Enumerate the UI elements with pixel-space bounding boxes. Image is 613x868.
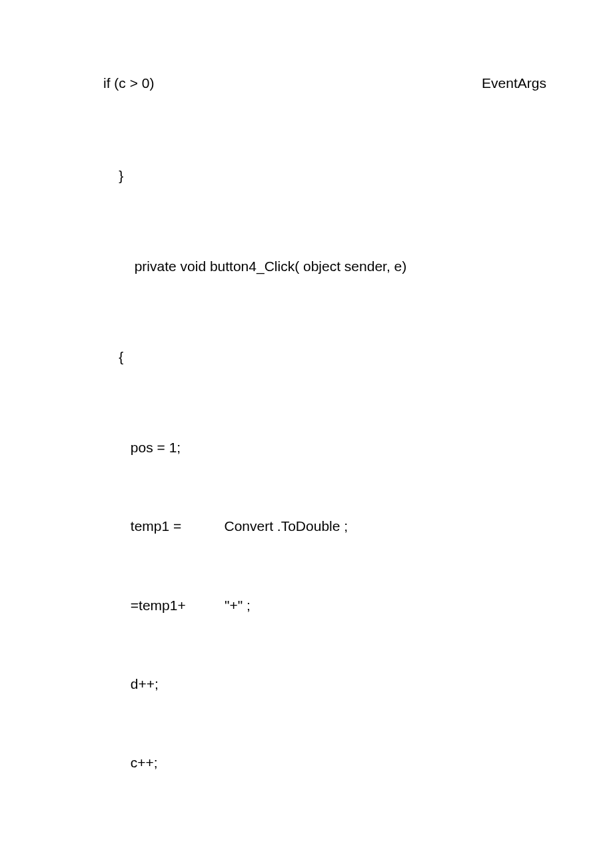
code-text: d++;	[119, 676, 159, 691]
code-line-openbrace: {	[103, 328, 546, 386]
code-line-method4: private void button4_Click( object sende…	[103, 237, 546, 296]
code-text: c++;	[119, 755, 157, 770]
code-line-temp1-plus: =temp1+ "+" ;	[103, 576, 546, 634]
eventargs-label-1: EventArgs	[482, 73, 546, 93]
code-text: pos = 1;	[119, 440, 181, 455]
code-line-dpp: d++;	[103, 654, 546, 713]
code-text: =temp1+ "+" ;	[119, 598, 251, 613]
code-line-p0: p = 0;	[103, 845, 546, 868]
code-text: private void button4_Click( object sende…	[119, 258, 406, 274]
code-line-closebrace: }	[103, 146, 546, 205]
code-line-cpp: c++;	[103, 733, 546, 792]
code-line-pos1: pos = 1;	[103, 418, 546, 477]
code-text: temp1 = Convert .ToDouble ;	[119, 518, 348, 534]
code-line-1: if (c > 0) EventArgs	[103, 73, 546, 93]
code-text: {	[119, 349, 123, 364]
code-text: if (c > 0)	[103, 75, 154, 91]
code-text: }	[119, 168, 123, 183]
code-line-temp1-convert: temp1 = Convert .ToDouble ;	[103, 497, 546, 556]
